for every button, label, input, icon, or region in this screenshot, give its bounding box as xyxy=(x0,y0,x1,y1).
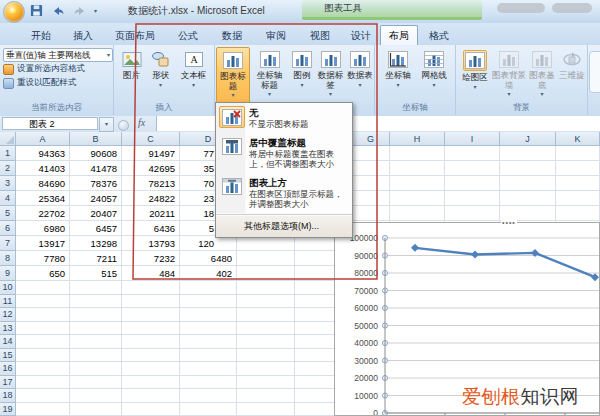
cell[interactable] xyxy=(445,191,500,206)
cell[interactable] xyxy=(556,176,600,191)
column-header-H[interactable]: H xyxy=(390,132,445,146)
row-header-8[interactable]: 8 xyxy=(0,251,16,266)
select-all-corner[interactable] xyxy=(0,132,16,146)
cell[interactable] xyxy=(237,349,295,363)
cell[interactable] xyxy=(16,295,70,309)
axis-titles-button[interactable]: 坐标轴标题 ▾ xyxy=(252,47,287,99)
menu-item-none[interactable]: 无 不显示图表标题 xyxy=(216,103,352,133)
chart-drag-handle[interactable]: •••• xyxy=(501,220,517,226)
cell[interactable]: 24057 xyxy=(70,191,122,206)
row-header-4[interactable]: 4 xyxy=(0,191,16,206)
cell[interactable] xyxy=(237,236,295,251)
chart-wall-button[interactable]: 图表背景墙 ▾ xyxy=(492,47,526,99)
insert-textbox-button[interactable]: A 文本框 ▾ xyxy=(176,47,211,99)
cell[interactable] xyxy=(556,161,600,176)
cell[interactable]: 13917 xyxy=(16,236,70,251)
row-header-3[interactable]: 3 xyxy=(0,176,16,191)
tab-9-布局[interactable]: 布局 xyxy=(380,25,418,45)
cell[interactable] xyxy=(237,308,295,322)
name-box[interactable]: 图表 2 xyxy=(2,117,98,130)
cell[interactable] xyxy=(122,322,180,336)
column-header-A[interactable]: A xyxy=(16,132,70,146)
cell[interactable] xyxy=(390,161,445,176)
cell[interactable] xyxy=(122,281,180,295)
cell[interactable]: 24822 xyxy=(122,191,180,206)
reset-to-match-style-button[interactable]: 重设以匹配样式 xyxy=(3,77,77,89)
cell[interactable]: 42695 xyxy=(122,161,180,176)
qat-dropdown-icon[interactable]: ▾ xyxy=(94,7,97,14)
cell[interactable] xyxy=(70,295,122,309)
column-header-B[interactable]: B xyxy=(70,132,122,146)
cell[interactable]: 41403 xyxy=(16,161,70,176)
tab-6-审阅[interactable]: 审阅 xyxy=(254,26,298,45)
row-header-15[interactable]: 15 xyxy=(0,349,16,363)
cell[interactable]: 6436 xyxy=(122,221,180,236)
format-selection-button[interactable]: 设置所选内容格式 xyxy=(3,63,85,75)
tab-2-插入[interactable]: 插入 xyxy=(62,26,104,45)
tab-1-开始[interactable]: 开始 xyxy=(20,26,62,45)
cell[interactable] xyxy=(237,335,295,349)
cell[interactable] xyxy=(352,146,390,161)
cell[interactable] xyxy=(16,281,70,295)
office-button[interactable] xyxy=(3,1,25,23)
cell[interactable]: 84690 xyxy=(16,176,70,191)
cell[interactable] xyxy=(390,176,445,191)
row-header-1[interactable]: 1 xyxy=(0,146,16,161)
cell[interactable]: 402 xyxy=(180,266,237,281)
cell[interactable] xyxy=(180,308,237,322)
cell[interactable] xyxy=(237,376,295,390)
row-header-16[interactable]: 16 xyxy=(0,362,16,376)
column-header-J[interactable]: J xyxy=(500,132,556,146)
tab-3-页面布局[interactable]: 页面布局 xyxy=(104,26,166,45)
cell[interactable]: 7232 xyxy=(122,251,180,266)
cell[interactable] xyxy=(237,389,295,403)
name-box-dropdown-icon[interactable]: ▾ xyxy=(99,117,114,132)
cell[interactable] xyxy=(445,206,500,221)
row-header-6[interactable]: 6 xyxy=(0,221,16,236)
row-header-11[interactable]: 11 xyxy=(0,295,16,309)
cell[interactable] xyxy=(70,281,122,295)
cell[interactable] xyxy=(16,322,70,336)
cell[interactable]: 22702 xyxy=(16,206,70,221)
cell[interactable] xyxy=(122,349,180,363)
cell[interactable] xyxy=(445,146,500,161)
row-header-18[interactable]: 18 xyxy=(0,389,16,403)
cell[interactable]: 7211 xyxy=(70,251,122,266)
menu-item-centered-overlay[interactable]: 居中覆盖标题 将居中标题覆盖在图表上，但不调整图表大小 xyxy=(216,133,352,173)
cell[interactable] xyxy=(500,176,556,191)
cell[interactable] xyxy=(237,403,295,416)
row-header-19[interactable]: 19 xyxy=(0,403,16,416)
cell[interactable] xyxy=(122,295,180,309)
row-header-7[interactable]: 7 xyxy=(0,236,16,251)
cell[interactable] xyxy=(70,389,122,403)
cell[interactable]: 484 xyxy=(122,266,180,281)
cell[interactable] xyxy=(352,176,390,191)
cell[interactable] xyxy=(500,146,556,161)
cell[interactable] xyxy=(180,335,237,349)
cell[interactable] xyxy=(70,308,122,322)
cell[interactable] xyxy=(16,376,70,390)
cell[interactable] xyxy=(180,322,237,336)
insert-shapes-button[interactable]: 形状 ▾ xyxy=(147,47,174,99)
cell[interactable] xyxy=(390,146,445,161)
data-labels-button[interactable]: 数据标签 ▾ xyxy=(316,47,345,99)
cell[interactable] xyxy=(445,161,500,176)
menu-item-above-chart[interactable]: 图表上方 在图表区顶部显示标题，并调整图表大小 xyxy=(216,173,352,213)
cell[interactable] xyxy=(16,308,70,322)
tab-4-公式[interactable]: 公式 xyxy=(166,26,210,45)
row-header-14[interactable]: 14 xyxy=(0,335,16,349)
cell[interactable]: 90608 xyxy=(70,146,122,161)
menu-item-more-title-options[interactable]: 其他标题选项(M)... xyxy=(216,216,352,237)
cell[interactable]: 120 xyxy=(180,236,237,251)
legend-button[interactable]: 图例 ▾ xyxy=(289,47,315,99)
cell[interactable] xyxy=(16,349,70,363)
column-header-G[interactable]: G xyxy=(352,132,390,146)
cell[interactable] xyxy=(122,376,180,390)
formula-bar-button[interactable] xyxy=(118,120,129,131)
chart-floor-button[interactable]: 图表基底 ▾ xyxy=(528,47,556,99)
gridlines-button[interactable]: 网格线 ▾ xyxy=(418,47,450,99)
cell[interactable]: 6480 xyxy=(180,251,237,266)
cell[interactable] xyxy=(180,281,237,295)
cell[interactable] xyxy=(237,281,295,295)
cell[interactable] xyxy=(390,206,445,221)
